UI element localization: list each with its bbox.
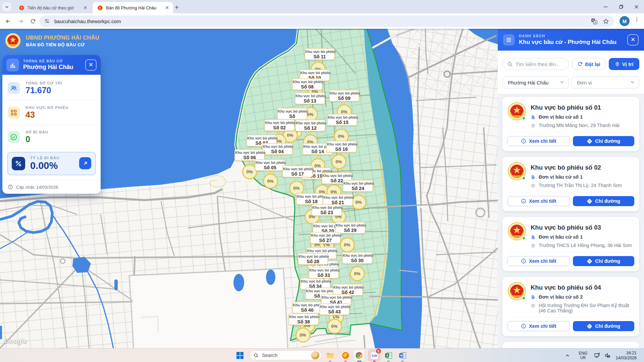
svg-text:A: A [594, 20, 597, 24]
svg-text:Zalo: Zalo [371, 354, 377, 357]
